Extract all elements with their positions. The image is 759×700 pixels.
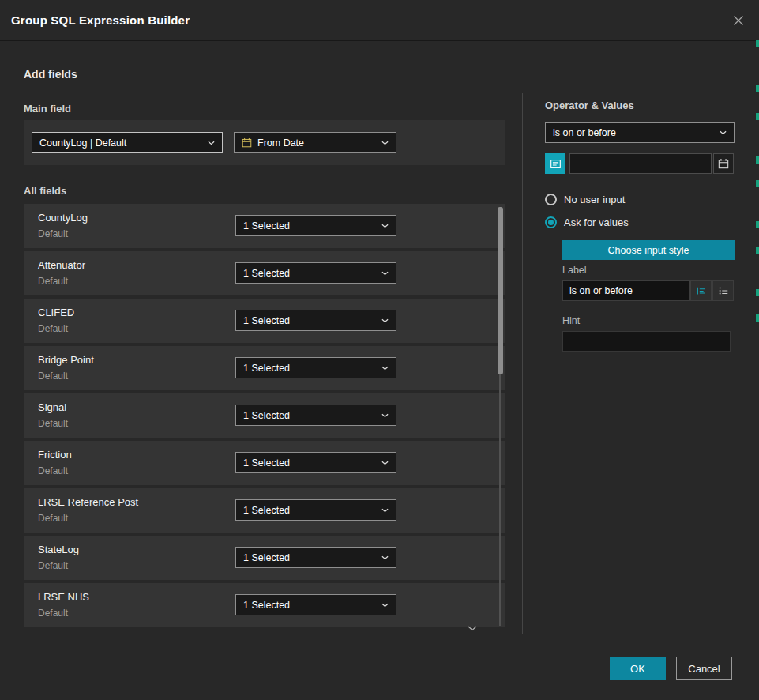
chevron-down-icon bbox=[720, 130, 727, 135]
all-fields-list: CountyLog Default 1 Selected Attenuator … bbox=[24, 204, 505, 630]
chevron-down-icon bbox=[208, 141, 215, 145]
field-row: CLIFED Default 1 Selected bbox=[24, 299, 505, 343]
chevron-down-icon bbox=[381, 318, 389, 323]
field-name: LRSE Reference Post bbox=[38, 496, 138, 508]
field-name: LRSE NHS bbox=[38, 591, 89, 603]
ask-for-values-label: Ask for values bbox=[564, 216, 629, 228]
group-sql-expression-builder-dialog: Group SQL Expression Builder Add fields … bbox=[0, 0, 759, 700]
add-fields-heading: Add fields bbox=[24, 68, 77, 81]
field-default-label: Default bbox=[38, 276, 68, 287]
hint-caption: Hint bbox=[562, 315, 580, 326]
main-field-section: CountyLog | Default From Date bbox=[24, 120, 505, 165]
dialog-title: Group SQL Expression Builder bbox=[11, 13, 190, 27]
fields-scrollbar[interactable] bbox=[498, 207, 503, 626]
label-caption: Label bbox=[562, 265, 587, 276]
calendar-icon bbox=[718, 158, 729, 169]
set-value-from-field-icon bbox=[550, 158, 562, 170]
field-selection-value: 1 Selected bbox=[243, 552, 290, 563]
field-name: Friction bbox=[38, 449, 72, 461]
field-name: StateLog bbox=[38, 544, 79, 555]
calendar-button[interactable] bbox=[713, 153, 734, 174]
field-selection-value: 1 Selected bbox=[243, 505, 290, 516]
field-row: Friction Default 1 Selected bbox=[24, 441, 505, 485]
operator-dropdown[interactable]: is on or before bbox=[545, 122, 735, 143]
main-field-dropdown-value: From Date bbox=[257, 137, 304, 149]
select-list-icon bbox=[718, 285, 729, 296]
date-field-icon bbox=[242, 137, 252, 148]
scrollbar-thumb[interactable] bbox=[498, 207, 503, 374]
field-default-label: Default bbox=[38, 513, 68, 524]
field-row: LRSE Reference Post Default 1 Selected bbox=[24, 488, 505, 533]
field-selection-value: 1 Selected bbox=[243, 315, 290, 326]
field-row: CountyLog Default 1 Selected bbox=[24, 204, 505, 248]
field-selection-dropdown[interactable]: 1 Selected bbox=[235, 405, 396, 426]
field-selection-dropdown[interactable]: 1 Selected bbox=[235, 547, 396, 568]
field-selection-dropdown[interactable]: 1 Selected bbox=[235, 215, 396, 236]
field-selection-value: 1 Selected bbox=[243, 410, 290, 421]
field-selection-dropdown[interactable]: 1 Selected bbox=[235, 357, 396, 378]
field-default-label: Default bbox=[38, 371, 68, 382]
chevron-down-icon bbox=[381, 366, 389, 371]
field-row: Attenuator Default 1 Selected bbox=[24, 251, 505, 295]
set-value-from-field-button[interactable] bbox=[545, 153, 565, 174]
field-row: StateLog Default 1 Selected bbox=[24, 536, 505, 580]
label-input[interactable] bbox=[562, 280, 690, 301]
operator-dropdown-value: is on or before bbox=[553, 127, 616, 138]
chevron-down-icon bbox=[381, 224, 389, 228]
panel-divider bbox=[522, 93, 523, 634]
ask-for-values-option[interactable]: Ask for values bbox=[545, 216, 629, 228]
ok-button[interactable]: OK bbox=[610, 657, 666, 680]
field-default-label: Default bbox=[38, 608, 68, 619]
no-user-input-option[interactable]: No user input bbox=[545, 194, 625, 205]
field-row: Bridge Point Default 1 Selected bbox=[24, 346, 505, 390]
field-default-label: Default bbox=[38, 418, 68, 429]
dialog-header: Group SQL Expression Builder bbox=[0, 0, 759, 41]
field-name: Signal bbox=[38, 401, 66, 413]
chevron-down-icon bbox=[381, 508, 389, 513]
main-field-label: Main field bbox=[24, 103, 71, 115]
chevron-down-icon bbox=[381, 271, 389, 276]
choose-input-style-button[interactable]: Choose input style bbox=[562, 240, 735, 260]
close-icon bbox=[732, 14, 745, 27]
hint-input[interactable] bbox=[562, 331, 731, 352]
field-name: CLIFED bbox=[38, 307, 74, 318]
chevron-down-icon bbox=[381, 141, 389, 145]
field-default-label: Default bbox=[38, 560, 68, 571]
field-default-label: Default bbox=[38, 323, 68, 334]
chevron-down-icon bbox=[381, 461, 389, 465]
field-selection-value: 1 Selected bbox=[243, 363, 290, 374]
field-default-label: Default bbox=[38, 465, 68, 476]
field-selection-value: 1 Selected bbox=[243, 600, 290, 611]
field-row: Signal Default 1 Selected bbox=[24, 393, 505, 438]
all-fields-label: All fields bbox=[24, 185, 66, 197]
no-user-input-radio[interactable] bbox=[545, 194, 557, 205]
field-name: Bridge Point bbox=[38, 354, 94, 366]
scroll-more-icon bbox=[468, 626, 477, 631]
single-line-style-button[interactable] bbox=[690, 280, 712, 301]
chevron-down-icon bbox=[381, 603, 389, 608]
field-selection-dropdown[interactable]: 1 Selected bbox=[235, 452, 396, 473]
value-input[interactable] bbox=[569, 153, 712, 174]
field-name: CountyLog bbox=[38, 212, 88, 224]
main-field-dropdown[interactable]: From Date bbox=[234, 132, 396, 153]
field-selection-value: 1 Selected bbox=[243, 268, 290, 279]
cancel-button[interactable]: Cancel bbox=[676, 657, 732, 680]
field-selection-dropdown[interactable]: 1 Selected bbox=[235, 262, 396, 284]
close-button[interactable] bbox=[729, 11, 748, 30]
operator-values-heading: Operator & Values bbox=[545, 100, 634, 111]
field-name: Attenuator bbox=[38, 259, 85, 271]
field-selection-dropdown[interactable]: 1 Selected bbox=[235, 594, 396, 615]
scroll-position-marks bbox=[756, 36, 759, 637]
field-selection-dropdown[interactable]: 1 Selected bbox=[235, 499, 396, 521]
single-line-input-icon bbox=[696, 285, 707, 296]
field-selection-value: 1 Selected bbox=[243, 457, 290, 469]
list-style-button[interactable] bbox=[712, 280, 734, 301]
ask-for-values-radio[interactable] bbox=[545, 216, 557, 228]
field-row: LRSE NHS Default 1 Selected bbox=[24, 583, 505, 627]
layer-dropdown[interactable]: CountyLog | Default bbox=[32, 132, 223, 153]
chevron-down-icon bbox=[381, 555, 389, 560]
field-selection-dropdown[interactable]: 1 Selected bbox=[235, 310, 396, 331]
no-user-input-label: No user input bbox=[564, 194, 625, 205]
layer-dropdown-value: CountyLog | Default bbox=[39, 137, 126, 149]
field-default-label: Default bbox=[38, 228, 68, 239]
